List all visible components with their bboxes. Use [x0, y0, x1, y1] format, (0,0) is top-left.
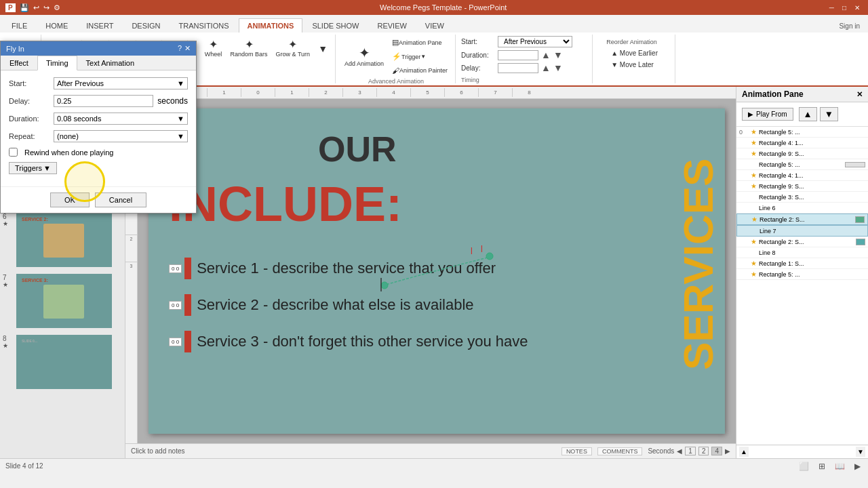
canvas-body: 3 2 1 0 1 2 3 OUR SERVICES INCLUDE:	[125, 99, 736, 443]
dialog-ok-btn[interactable]: OK	[50, 192, 90, 207]
dialog-rewind-checkbox[interactable]	[9, 148, 18, 157]
anim-randombars-btn[interactable]: ✦ Random Bars	[227, 37, 271, 60]
anim-scroll-down-btn[interactable]: ▼	[856, 447, 865, 457]
dialog-body: Start: After Previous ▼ Delay: seconds D…	[1, 70, 196, 186]
dialog-start-select[interactable]: After Previous ▼	[54, 77, 188, 89]
dialog-title: Fly In	[6, 45, 24, 53]
tab-insert[interactable]: INSERT	[77, 18, 122, 33]
anim-item-rect1s[interactable]: ★ Rectangle 1: S...	[736, 258, 868, 269]
dialog-delay-label: Delay:	[9, 97, 50, 105]
anim-item-0[interactable]: 0 ★ Rectangle 5: ...	[736, 127, 868, 138]
dialog-delay-input[interactable]	[54, 95, 153, 107]
anim-scroll-up-btn[interactable]: ▲	[739, 447, 749, 457]
anim-item-line7[interactable]: ★ Line 7	[736, 225, 868, 237]
slide-image-7[interactable]: SERVICE 3:	[15, 272, 113, 329]
quick-access-save[interactable]: 💾	[20, 3, 29, 12]
duration-down[interactable]: ▼	[553, 49, 563, 60]
anim-item-1[interactable]: ★ Rectangle 4: 1...	[736, 138, 868, 148]
dialog-triggers-btn[interactable]: Triggers ▼	[9, 162, 57, 174]
dialog-titlebar: Fly In ? ✕	[1, 41, 196, 56]
anim-item-5[interactable]: ★ Rectangle 9: S...	[736, 181, 868, 192]
view-reading-btn[interactable]: 📖	[833, 461, 847, 472]
notes-btn[interactable]: NOTES	[561, 447, 592, 455]
animation-pane-btn[interactable]: ▤ Animation Pane	[389, 36, 451, 49]
anim-item-rect2s2[interactable]: ★ Rectangle 2: S...	[736, 237, 868, 247]
dialog-close-btn[interactable]: ✕	[184, 44, 191, 53]
page-num-2[interactable]: 2	[698, 447, 709, 455]
slide-thumb-8[interactable]: 8 ★ SLIDE 0...	[3, 333, 122, 390]
move-later-btn[interactable]: ▼ Move Later	[606, 60, 658, 70]
slide-thumb-7[interactable]: 7 ★ SERVICE 3:	[3, 272, 122, 329]
dialog-repeat-row: Repeat: (none) ▼	[9, 130, 188, 142]
tab-animations[interactable]: ANIMATIONS	[239, 18, 303, 33]
slide-image-8[interactable]: SLIDE 0...	[15, 333, 113, 390]
dialog-tab-effect[interactable]: Effect	[1, 56, 37, 70]
slide-thumb-6[interactable]: 6 ★ SERVICE 2:	[3, 211, 122, 268]
dialog-tab-textanim[interactable]: Text Animation	[77, 56, 144, 70]
slide-canvas[interactable]: OUR SERVICES INCLUDE: 0 0 Service 1 - de…	[138, 99, 736, 443]
tab-file[interactable]: FILE	[3, 18, 36, 33]
dialog-tab-timing[interactable]: Timing	[37, 56, 77, 70]
view-sorter-btn[interactable]: ⊞	[816, 461, 827, 472]
delay-down[interactable]: ▼	[553, 62, 563, 73]
sign-in-link[interactable]: Sign in	[833, 20, 865, 33]
dialog-duration-select[interactable]: 0.08 seconds ▼	[54, 113, 188, 125]
page-num-1[interactable]: 1	[685, 447, 696, 455]
tab-home[interactable]: HOME	[37, 18, 77, 33]
anim-scroll-btn[interactable]: ▼	[315, 41, 331, 56]
animation-pane-close[interactable]: ✕	[856, 90, 863, 99]
dialog-footer: OK Cancel	[1, 186, 196, 213]
move-earlier-btn[interactable]: ▲ Move Earlier	[606, 48, 663, 58]
repeat-chevron-icon: ▼	[177, 132, 184, 140]
dialog-cancel-btn[interactable]: Cancel	[95, 192, 146, 207]
maximize-btn[interactable]: □	[840, 4, 849, 12]
comments-btn[interactable]: COMMENTS	[597, 447, 643, 455]
anim-wheel-btn[interactable]: ✦ Wheel	[201, 37, 226, 60]
tab-slideshow[interactable]: SLIDE SHOW	[303, 18, 368, 33]
service-bullet-1	[184, 258, 191, 279]
duration-up[interactable]: ▲	[541, 49, 551, 60]
anim-item-3[interactable]: ★ Rectangle 5: ...	[736, 159, 868, 170]
duration-input[interactable]: 00.08	[498, 50, 538, 60]
slide-nav-next[interactable]: ▶	[725, 447, 730, 455]
dialog-triggers-row: Triggers ▼	[9, 162, 188, 174]
delay-input[interactable]: 00.25	[498, 63, 538, 73]
anim-item-2[interactable]: ★ Rectangle 9: S...	[736, 148, 868, 159]
tab-view[interactable]: VIEW	[416, 18, 453, 33]
dialog-repeat-select[interactable]: (none) ▼	[54, 130, 188, 142]
tab-design[interactable]: DESIGN	[123, 18, 169, 33]
quick-access-undo[interactable]: ↩	[33, 3, 39, 12]
animation-painter-btn[interactable]: 🖌 Animation Painter	[389, 64, 451, 77]
quick-access-customize[interactable]: ⚙	[54, 3, 60, 12]
slide[interactable]: OUR SERVICES INCLUDE: 0 0 Service 1 - de…	[149, 108, 725, 434]
anim-up-btn[interactable]: ▲	[799, 107, 817, 121]
delay-up[interactable]: ▲	[541, 62, 551, 73]
animation-list: 0 ★ Rectangle 5: ... ★ Rectangle 4: 1...…	[736, 127, 868, 445]
play-from-btn[interactable]: ▶Play From	[742, 108, 793, 121]
anim-item-6[interactable]: ★ Rectangle 3: S...	[736, 192, 868, 203]
page-num-4[interactable]: 4	[711, 447, 722, 455]
tab-transitions[interactable]: TRANSITIONS	[170, 18, 238, 33]
reorder-label: Reorder Animation	[606, 39, 657, 45]
close-btn[interactable]: ✕	[852, 4, 863, 12]
anim-item-rect2s[interactable]: ★ Rectangle 2: S...	[736, 214, 868, 225]
anim-down-btn[interactable]: ▼	[820, 107, 838, 121]
quick-access-redo[interactable]: ↪	[43, 3, 50, 12]
start-dropdown[interactable]: After Previous On Click With Previous	[498, 36, 572, 47]
anim-item-rect5s[interactable]: ★ Rectangle 5: ...	[736, 269, 868, 280]
anim-growturn-btn[interactable]: ✦ Grow & Turn	[273, 37, 314, 60]
view-normal-btn[interactable]: ⬜	[797, 461, 811, 472]
dialog-start-row: Start: After Previous ▼	[9, 77, 188, 89]
view-slideshow-btn[interactable]: ▶	[852, 461, 863, 472]
anim-item-line6[interactable]: ★ Line 6	[736, 203, 868, 214]
slide-nav-prev[interactable]: ◀	[677, 447, 682, 455]
anim-item-line8[interactable]: ★ Line 8	[736, 247, 868, 258]
slide-image-6[interactable]: SERVICE 2:	[15, 211, 113, 268]
anim-item-4[interactable]: ★ Rectangle 4: 1...	[736, 170, 868, 181]
tab-review[interactable]: REVIEW	[368, 18, 415, 33]
minimize-btn[interactable]: ─	[827, 4, 837, 12]
notes-placeholder[interactable]: Click to add notes	[131, 447, 185, 455]
dialog-help-btn[interactable]: ?	[178, 44, 182, 53]
trigger-btn[interactable]: ⚡ Trigger▼	[389, 50, 451, 63]
add-animation-btn[interactable]: ✦ Add Animation	[341, 44, 387, 69]
